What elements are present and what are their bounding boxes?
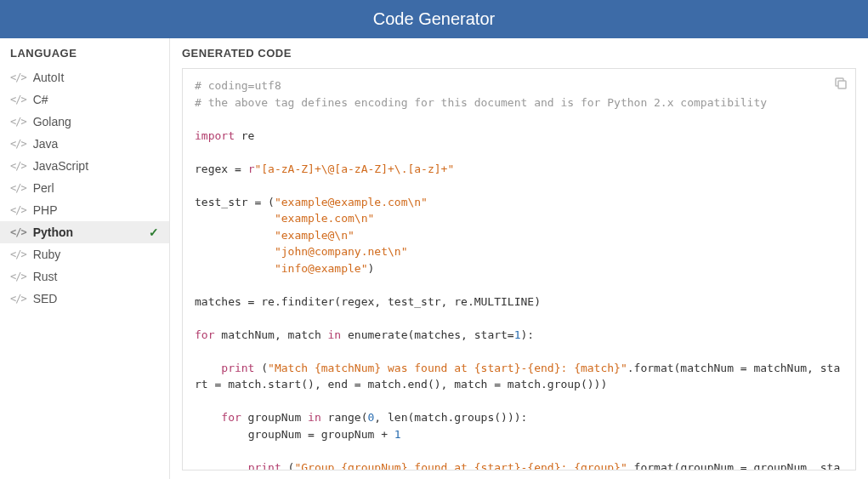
- code-keyword: in: [308, 411, 321, 424]
- code-box: # coding=utf8 # the above tag defines en…: [182, 68, 856, 470]
- code-string: "Match {matchNum} was found at {start}-{…: [268, 362, 627, 374]
- code-keyword: for: [195, 328, 214, 341]
- code-comment: # the above tag defines encoding for thi…: [195, 96, 767, 109]
- code-text: regex =: [195, 163, 248, 175]
- code-keyword: for: [221, 411, 241, 424]
- svg-rect-0: [838, 81, 846, 88]
- code-text: range(: [321, 411, 368, 424]
- code-text: re: [235, 129, 254, 142]
- language-item-java[interactable]: </>Java: [0, 133, 169, 155]
- language-label: JavaScript: [33, 159, 159, 173]
- language-label: PHP: [33, 203, 159, 217]
- language-sidebar: LANGUAGE </>AutoIt</>C#</>Golang</>Java<…: [0, 38, 170, 479]
- app-title: Code Generator: [373, 9, 495, 29]
- generated-code-heading: GENERATED CODE: [182, 47, 856, 60]
- language-item-rust[interactable]: </>Rust: [0, 265, 169, 288]
- language-list: </>AutoIt</>C#</>Golang</>Java</>JavaScr…: [0, 66, 169, 310]
- copy-icon[interactable]: [833, 76, 848, 91]
- language-item-javascript[interactable]: </>JavaScript: [0, 155, 169, 177]
- code-text: groupNum = groupNum +: [195, 428, 394, 441]
- code-text: test_str = (: [195, 196, 275, 208]
- code-number: 1: [514, 328, 521, 341]
- language-label: C#: [33, 93, 159, 106]
- language-item-ruby[interactable]: </>Ruby: [0, 243, 169, 265]
- code-text: enumerate(matches, start=: [341, 328, 514, 341]
- code-brackets-icon: </>: [10, 138, 26, 150]
- code-string: "example@\n": [275, 229, 355, 242]
- language-item-golang[interactable]: </>Golang: [0, 111, 169, 133]
- language-label: AutoIt: [33, 71, 159, 84]
- main-content: LANGUAGE </>AutoIt</>C#</>Golang</>Java<…: [0, 38, 868, 479]
- code-text: (: [281, 461, 295, 471]
- code-brackets-icon: </>: [10, 116, 26, 128]
- code-brackets-icon: </>: [10, 248, 26, 260]
- code-text: (: [254, 362, 268, 374]
- code-brackets-icon: </>: [10, 293, 26, 305]
- code-keyword: print: [221, 362, 254, 374]
- code-text: matchNum, match: [214, 328, 327, 341]
- code-keyword: print: [248, 461, 281, 471]
- sidebar-heading: LANGUAGE: [0, 47, 169, 66]
- code-keyword: in: [328, 328, 342, 341]
- code-text: , len(match.groups())):: [374, 411, 527, 424]
- code-brackets-icon: </>: [10, 204, 26, 216]
- code-keyword: import: [195, 129, 235, 142]
- check-icon: ✓: [149, 225, 159, 239]
- code-brackets-icon: </>: [10, 226, 26, 238]
- language-item-php[interactable]: </>PHP: [0, 199, 169, 221]
- code-brackets-icon: </>: [10, 94, 26, 105]
- language-label: Golang: [33, 115, 159, 128]
- code-string: "Group {groupNum} found at {start}-{end}…: [294, 461, 627, 471]
- language-label: Rust: [33, 270, 159, 283]
- code-text: ): [368, 262, 375, 275]
- code-string: "john@company.net\n": [275, 245, 408, 258]
- language-item-perl[interactable]: </>Perl: [0, 177, 169, 199]
- code-text: ):: [521, 328, 535, 341]
- language-label: Python: [33, 225, 149, 239]
- language-label: SED: [33, 292, 159, 305]
- code-text: matches = re.finditer(regex, test_str, r…: [195, 295, 541, 308]
- code-string: "example.com\n": [275, 212, 374, 225]
- language-label: Perl: [33, 181, 159, 195]
- language-item-c[interactable]: </>C#: [0, 88, 169, 111]
- code-brackets-icon: </>: [10, 71, 26, 83]
- code-number: 1: [394, 428, 401, 441]
- app-header: Code Generator: [0, 0, 868, 38]
- code-brackets-icon: </>: [10, 160, 26, 172]
- code-brackets-icon: </>: [10, 271, 26, 282]
- main-panel: GENERATED CODE # coding=utf8 # the above…: [170, 38, 868, 479]
- code-string: "info@example": [275, 262, 368, 275]
- language-item-autoit[interactable]: </>AutoIt: [0, 66, 169, 88]
- language-label: Java: [33, 137, 159, 151]
- code-brackets-icon: </>: [10, 182, 26, 194]
- language-label: Ruby: [33, 248, 159, 261]
- code-string: "[a-zA-Z]+\@[a-zA-Z]+\.[a-z]+": [254, 163, 454, 175]
- code-comment: # coding=utf8: [195, 79, 281, 92]
- code-text: groupNum: [241, 411, 308, 424]
- generated-code[interactable]: # coding=utf8 # the above tag defines en…: [195, 77, 843, 470]
- language-item-python[interactable]: </>Python✓: [0, 221, 169, 243]
- language-item-sed[interactable]: </>SED: [0, 288, 169, 310]
- code-string: "example@example.com\n": [275, 196, 428, 208]
